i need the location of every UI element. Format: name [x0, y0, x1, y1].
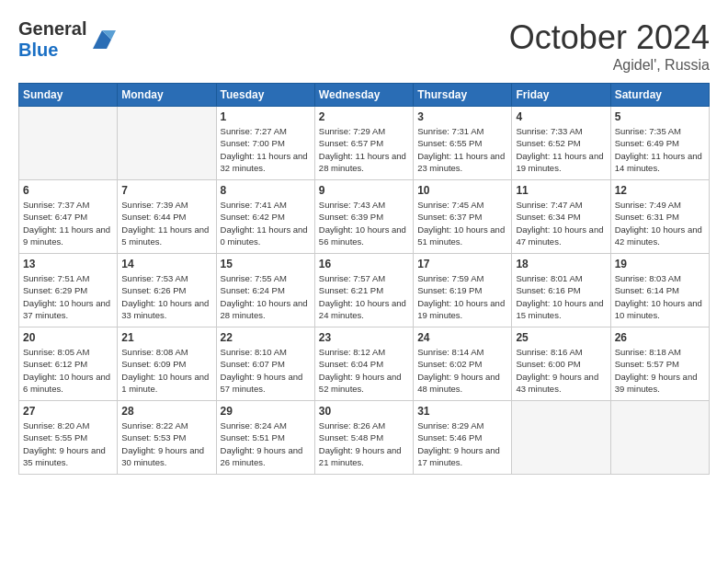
- calendar-cell: 14Sunrise: 7:53 AMSunset: 6:26 PMDayligh…: [118, 254, 216, 327]
- day-number: 12: [615, 184, 705, 197]
- day-info: Sunrise: 8:03 AMSunset: 6:14 PMDaylight:…: [615, 272, 705, 321]
- day-info: Sunrise: 8:20 AMSunset: 5:55 PMDaylight:…: [23, 419, 113, 468]
- day-number: 24: [417, 331, 507, 344]
- logo: General Blue: [18, 18, 116, 61]
- day-number: 4: [516, 110, 606, 123]
- day-info: Sunrise: 8:22 AMSunset: 5:53 PMDaylight:…: [121, 419, 211, 468]
- calendar-cell: 11Sunrise: 7:47 AMSunset: 6:34 PMDayligh…: [512, 180, 610, 254]
- calendar-cell: 26Sunrise: 8:18 AMSunset: 5:57 PMDayligh…: [610, 327, 709, 401]
- day-number: 26: [615, 331, 705, 344]
- title-block: October 2024 Agidel', Russia: [509, 18, 710, 74]
- day-number: 25: [516, 331, 606, 344]
- weekday-header-monday: Monday: [118, 84, 216, 107]
- day-info: Sunrise: 7:37 AMSunset: 6:47 PMDaylight:…: [23, 199, 113, 247]
- day-number: 27: [23, 405, 113, 418]
- calendar-cell: 24Sunrise: 8:14 AMSunset: 6:02 PMDayligh…: [414, 327, 512, 401]
- calendar-week-row: 20Sunrise: 8:05 AMSunset: 6:12 PMDayligh…: [19, 327, 710, 401]
- day-number: 23: [319, 331, 409, 344]
- calendar-week-row: 6Sunrise: 7:37 AMSunset: 6:47 PMDaylight…: [19, 180, 710, 254]
- day-number: 30: [319, 405, 409, 418]
- day-number: 18: [516, 258, 606, 270]
- day-info: Sunrise: 7:29 AMSunset: 6:57 PMDaylight:…: [319, 125, 409, 174]
- day-info: Sunrise: 7:27 AMSunset: 7:00 PMDaylight:…: [221, 125, 311, 174]
- day-number: 2: [319, 110, 409, 123]
- calendar-cell: 2Sunrise: 7:29 AMSunset: 6:57 PMDaylight…: [314, 107, 413, 180]
- calendar-cell: [512, 401, 610, 475]
- calendar-cell: 7Sunrise: 7:39 AMSunset: 6:44 PMDaylight…: [118, 180, 216, 254]
- day-number: 3: [417, 110, 507, 123]
- page-header: General Blue October 2024 Agidel', Russi…: [18, 18, 710, 74]
- day-number: 21: [121, 331, 211, 344]
- day-info: Sunrise: 7:33 AMSunset: 6:52 PMDaylight:…: [516, 125, 606, 174]
- calendar-cell: 6Sunrise: 7:37 AMSunset: 6:47 PMDaylight…: [19, 180, 118, 254]
- day-number: 10: [417, 184, 507, 197]
- day-info: Sunrise: 8:12 AMSunset: 6:04 PMDaylight:…: [319, 346, 409, 395]
- day-number: 9: [319, 184, 409, 197]
- day-info: Sunrise: 7:47 AMSunset: 6:34 PMDaylight:…: [516, 199, 606, 247]
- day-number: 13: [23, 258, 113, 270]
- day-number: 28: [121, 405, 211, 418]
- calendar-cell: 20Sunrise: 8:05 AMSunset: 6:12 PMDayligh…: [19, 327, 118, 401]
- day-info: Sunrise: 8:14 AMSunset: 6:02 PMDaylight:…: [417, 346, 507, 395]
- calendar-cell: 21Sunrise: 8:08 AMSunset: 6:09 PMDayligh…: [118, 327, 216, 401]
- calendar-table: SundayMondayTuesdayWednesdayThursdayFrid…: [18, 83, 710, 475]
- calendar-cell: 17Sunrise: 7:59 AMSunset: 6:19 PMDayligh…: [414, 254, 512, 327]
- day-info: Sunrise: 7:53 AMSunset: 6:26 PMDaylight:…: [121, 272, 211, 321]
- day-info: Sunrise: 7:45 AMSunset: 6:37 PMDaylight:…: [417, 199, 507, 247]
- day-number: 11: [516, 184, 606, 197]
- logo-general: General: [18, 18, 86, 39]
- calendar-week-row: 1Sunrise: 7:27 AMSunset: 7:00 PMDaylight…: [19, 107, 710, 180]
- day-number: 15: [221, 258, 311, 270]
- logo-text: General Blue: [18, 18, 86, 61]
- day-number: 22: [221, 331, 311, 344]
- calendar-cell: 27Sunrise: 8:20 AMSunset: 5:55 PMDayligh…: [19, 401, 118, 475]
- day-info: Sunrise: 8:26 AMSunset: 5:48 PMDaylight:…: [319, 419, 409, 468]
- calendar-cell: 23Sunrise: 8:12 AMSunset: 6:04 PMDayligh…: [314, 327, 413, 401]
- day-number: 31: [417, 405, 507, 418]
- weekday-header-tuesday: Tuesday: [216, 84, 314, 107]
- month-title: October 2024: [509, 18, 710, 57]
- logo-blue: Blue: [18, 40, 58, 60]
- calendar-cell: 25Sunrise: 8:16 AMSunset: 6:00 PMDayligh…: [512, 327, 610, 401]
- calendar-cell: [610, 401, 709, 475]
- location-title: Agidel', Russia: [509, 57, 710, 74]
- day-number: 5: [615, 110, 705, 123]
- weekday-header-wednesday: Wednesday: [314, 84, 413, 107]
- calendar-cell: 10Sunrise: 7:45 AMSunset: 6:37 PMDayligh…: [414, 180, 512, 254]
- calendar-cell: [19, 107, 118, 180]
- day-info: Sunrise: 8:08 AMSunset: 6:09 PMDaylight:…: [121, 346, 211, 395]
- calendar-cell: 28Sunrise: 8:22 AMSunset: 5:53 PMDayligh…: [118, 401, 216, 475]
- day-info: Sunrise: 7:31 AMSunset: 6:55 PMDaylight:…: [417, 125, 507, 174]
- calendar-cell: 30Sunrise: 8:26 AMSunset: 5:48 PMDayligh…: [314, 401, 413, 475]
- day-info: Sunrise: 8:01 AMSunset: 6:16 PMDaylight:…: [516, 272, 606, 321]
- day-info: Sunrise: 8:29 AMSunset: 5:46 PMDaylight:…: [417, 419, 507, 468]
- day-number: 14: [121, 258, 211, 270]
- weekday-header-row: SundayMondayTuesdayWednesdayThursdayFrid…: [19, 84, 710, 107]
- day-info: Sunrise: 7:35 AMSunset: 6:49 PMDaylight:…: [615, 125, 705, 174]
- calendar-cell: 15Sunrise: 7:55 AMSunset: 6:24 PMDayligh…: [216, 254, 314, 327]
- calendar-cell: 19Sunrise: 8:03 AMSunset: 6:14 PMDayligh…: [610, 254, 709, 327]
- day-number: 17: [417, 258, 507, 270]
- calendar-cell: 31Sunrise: 8:29 AMSunset: 5:46 PMDayligh…: [414, 401, 512, 475]
- day-number: 20: [23, 331, 113, 344]
- day-info: Sunrise: 7:39 AMSunset: 6:44 PMDaylight:…: [121, 199, 211, 247]
- calendar-cell: 16Sunrise: 7:57 AMSunset: 6:21 PMDayligh…: [314, 254, 413, 327]
- calendar-cell: 3Sunrise: 7:31 AMSunset: 6:55 PMDaylight…: [414, 107, 512, 180]
- day-info: Sunrise: 7:55 AMSunset: 6:24 PMDaylight:…: [221, 272, 311, 321]
- calendar-cell: 12Sunrise: 7:49 AMSunset: 6:31 PMDayligh…: [610, 180, 709, 254]
- day-number: 19: [615, 258, 705, 270]
- day-info: Sunrise: 7:41 AMSunset: 6:42 PMDaylight:…: [221, 199, 311, 247]
- day-info: Sunrise: 8:18 AMSunset: 5:57 PMDaylight:…: [615, 346, 705, 395]
- calendar-cell: 13Sunrise: 7:51 AMSunset: 6:29 PMDayligh…: [19, 254, 118, 327]
- calendar-cell: 18Sunrise: 8:01 AMSunset: 6:16 PMDayligh…: [512, 254, 610, 327]
- calendar-cell: 4Sunrise: 7:33 AMSunset: 6:52 PMDaylight…: [512, 107, 610, 180]
- day-info: Sunrise: 8:10 AMSunset: 6:07 PMDaylight:…: [221, 346, 311, 395]
- calendar-cell: 29Sunrise: 8:24 AMSunset: 5:51 PMDayligh…: [216, 401, 314, 475]
- day-info: Sunrise: 7:51 AMSunset: 6:29 PMDaylight:…: [23, 272, 113, 321]
- day-info: Sunrise: 8:16 AMSunset: 6:00 PMDaylight:…: [516, 346, 606, 395]
- calendar-cell: 22Sunrise: 8:10 AMSunset: 6:07 PMDayligh…: [216, 327, 314, 401]
- day-info: Sunrise: 7:43 AMSunset: 6:39 PMDaylight:…: [319, 199, 409, 247]
- day-number: 8: [221, 184, 311, 197]
- day-number: 6: [23, 184, 113, 197]
- calendar-cell: [118, 107, 216, 180]
